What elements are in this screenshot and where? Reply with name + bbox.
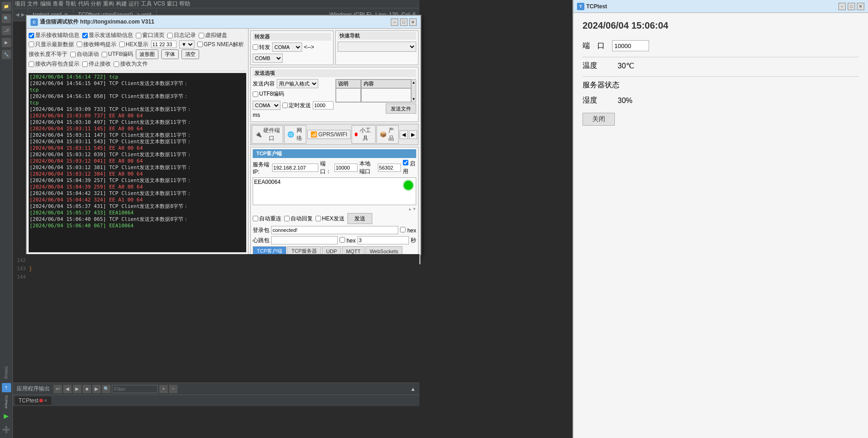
debug-run-icon[interactable]: ▶ [2, 411, 11, 420]
tcptest-maximize-btn[interactable]: □ [848, 3, 855, 10]
ao-filter-input[interactable] [112, 385, 158, 393]
heartbeat-hex-cb[interactable] [340, 237, 345, 243]
auto-send-cb[interactable] [70, 52, 76, 57]
toolbar-prev-btn[interactable]: ◀ [400, 130, 408, 139]
heartbeat-interval-input[interactable] [358, 236, 409, 244]
heartbeat-input[interactable] [271, 236, 338, 244]
show-send-help-cb[interactable] [82, 33, 88, 38]
local-port-input[interactable] [378, 164, 401, 172]
recv-to-file-cb[interactable] [114, 61, 119, 67]
show-recv-help-cb[interactable] [29, 33, 34, 38]
relay-to-select[interactable]: COMBCOMACOMC [253, 54, 283, 63]
heartbeat-hex-label[interactable]: hex [340, 237, 356, 244]
toolbar-tab-product[interactable]: 📦 产品 [376, 125, 399, 144]
hex-send-label[interactable]: HEX发送 [316, 215, 345, 223]
gps-nmea-cb[interactable] [197, 42, 203, 47]
font-btn[interactable]: 字体 [161, 49, 179, 59]
com-select[interactable]: COMA [253, 101, 280, 110]
content-type-select[interactable]: 用户输入格式 [277, 79, 318, 88]
git-icon[interactable]: ⎇ [2, 26, 11, 35]
auto-send-label[interactable]: 自动滚动 [70, 50, 99, 58]
tcptest-sidebar-icon[interactable]: T [2, 383, 11, 392]
show-recv-help-label[interactable]: 显示接收辅助信息 [29, 31, 79, 39]
beep-label[interactable]: 接收蜂鸣提示 [77, 41, 116, 49]
tcp-input-area[interactable]: EEA00064 [253, 177, 416, 205]
project-icon[interactable]: 📁 [2, 2, 11, 11]
show-send-help-label[interactable]: 显示发送辅助信息 [82, 31, 133, 39]
auto-reconnect-label[interactable]: 自动重连 [253, 215, 281, 223]
maximize-btn[interactable]: □ [400, 18, 407, 26]
timed-send-cb[interactable] [282, 103, 288, 108]
toolbar-tab-hardware[interactable]: 🔌 硬件端口 [252, 125, 283, 144]
ao-prev-btn[interactable]: ◀ [63, 385, 72, 393]
search-icon[interactable]: 🔍 [2, 14, 11, 23]
window-clear-label[interactable]: 窗口清页 [136, 31, 164, 39]
hex-send-cb[interactable] [316, 216, 321, 221]
window-clear-cb[interactable] [136, 33, 141, 38]
scrollbar[interactable]: ▲ ▼ [411, 79, 416, 102]
run-tab-tcptest[interactable]: TCPtest ✕ [15, 396, 51, 405]
server-ip-input[interactable] [272, 164, 318, 172]
login-hex-label[interactable]: hex [400, 227, 416, 234]
login-input[interactable] [271, 226, 398, 234]
ao-minus-btn[interactable]: − [169, 385, 177, 393]
log-cb[interactable] [167, 33, 173, 38]
plus-icon[interactable]: ➕ [2, 425, 11, 434]
back-btn[interactable]: ◀ [16, 12, 19, 17]
ao-play-btn[interactable]: ▶ [92, 385, 101, 393]
toolbar-next-btn[interactable]: ▶ [409, 130, 417, 139]
stop-recv-cb[interactable] [82, 61, 88, 67]
gps-nmea-label[interactable]: GPS NMEA解析 [197, 41, 244, 49]
login-hex-cb[interactable] [400, 227, 406, 232]
minimize-btn[interactable]: − [391, 18, 398, 26]
run-icon[interactable]: ▶ [2, 38, 11, 47]
hex-display-label[interactable]: HEX显示 [119, 41, 148, 49]
enable-label[interactable]: 启用 [403, 160, 416, 176]
ao-plus-btn[interactable]: + [159, 385, 168, 393]
ao-search-btn[interactable]: 🔍 [102, 385, 110, 393]
tcptest-port-input[interactable] [612, 40, 649, 51]
relay-from-select[interactable]: COMACOMBCOMC [272, 43, 302, 52]
stop-recv-label[interactable]: 停止接收 [82, 60, 111, 68]
virtual-kbd-cb[interactable] [199, 33, 204, 38]
virtual-kbd-label[interactable]: 虚拟键盘 [199, 31, 227, 39]
quicknav-select[interactable] [338, 42, 416, 52]
timed-interval-input[interactable] [313, 101, 334, 110]
hex-select[interactable]: ▼ [179, 40, 194, 49]
forward-label[interactable]: 转发 [253, 43, 270, 51]
tcptest-minimize-btn[interactable]: − [838, 3, 846, 10]
only-latest-cb[interactable] [29, 42, 34, 47]
toolbar-tab-network[interactable]: 🌐 网络 [284, 125, 306, 144]
beep-cb[interactable] [77, 42, 82, 47]
send-file-btn[interactable]: 发送文件 [386, 103, 416, 114]
tcptest-close-btn[interactable]: ✕ [857, 3, 864, 10]
timed-send-label[interactable]: 定时发送 [282, 102, 311, 110]
ao-rerun-btn[interactable]: ↩ [54, 385, 62, 393]
hex-val-input[interactable] [151, 41, 176, 48]
recv-to-file-label[interactable]: 接收为文件 [114, 60, 148, 68]
auto-reply-label[interactable]: 自动回复 [284, 215, 313, 223]
utf8-label[interactable]: UTF8编码 [102, 50, 133, 58]
utf8-send-label[interactable]: UTF8编码 [253, 90, 284, 98]
utf8-cb[interactable] [102, 52, 107, 57]
close-server-btn[interactable]: 关闭 [583, 113, 615, 126]
recv-content-tip-label[interactable]: 接收内容包含提示 [29, 60, 79, 68]
tcp-send-btn[interactable]: 发送 [347, 213, 372, 224]
run-tab-close[interactable]: ✕ [44, 398, 48, 403]
build-icon[interactable]: 🔧 [2, 50, 11, 59]
toolbar-tab-gprs[interactable]: 📶 GPRS/WIFI [307, 130, 351, 139]
ao-next-btn[interactable]: ▶ [73, 385, 81, 393]
hex-display-cb[interactable] [119, 42, 125, 47]
port-input[interactable] [334, 164, 358, 172]
utf8-send-cb[interactable] [253, 91, 258, 97]
auto-reconnect-cb[interactable] [253, 216, 258, 221]
forward-cb[interactable] [253, 44, 258, 50]
recv-content-cb[interactable] [29, 61, 34, 67]
waveform-btn[interactable]: 波形图 [136, 49, 158, 59]
close-btn[interactable]: ✕ [409, 18, 417, 26]
toolbar-tab-tools[interactable]: 小工具 [352, 125, 376, 144]
app-output-collapse-btn[interactable]: ▲ [410, 386, 416, 392]
forward-btn[interactable]: ▶ [21, 12, 25, 17]
ao-stop-btn[interactable]: ■ [83, 385, 91, 393]
auto-reply-cb[interactable] [284, 216, 290, 221]
